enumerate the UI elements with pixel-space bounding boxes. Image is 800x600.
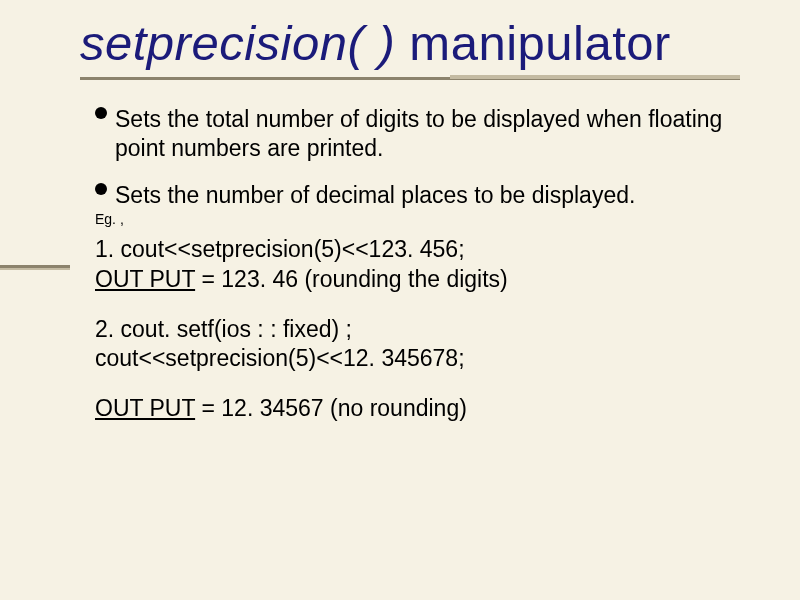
code-line: 2. cout. setf(ios : : fixed) ;	[95, 315, 740, 345]
bullet-dot-icon	[95, 107, 107, 119]
output-block: OUT PUT = 12. 34567 (no rounding)	[95, 394, 740, 424]
example-label: Eg. ,	[95, 211, 740, 229]
code-line: cout<<setprecision(5)<<12. 345678;	[95, 344, 740, 374]
example-block: 1. cout<<setprecision(5)<<123. 456; OUT …	[95, 235, 740, 295]
title-rest: manipulator	[395, 16, 671, 70]
left-accent-bar	[0, 265, 70, 268]
bullet-text: Sets the number of decimal places to be …	[115, 182, 635, 208]
bullet-text: Sets the total number of digits to be di…	[115, 106, 722, 161]
code-line: 1. cout<<setprecision(5)<<123. 456;	[95, 235, 740, 265]
output-label: OUT PUT	[95, 395, 195, 421]
slide: setprecision( ) manipulator Sets the tot…	[0, 0, 800, 600]
example-block: 2. cout. setf(ios : : fixed) ; cout<<set…	[95, 315, 740, 375]
title-underline	[80, 77, 740, 80]
content-area: Sets the total number of digits to be di…	[95, 105, 740, 424]
title-block: setprecision( ) manipulator	[80, 15, 740, 80]
output-label: OUT PUT	[95, 266, 195, 292]
title-italic: setprecision( )	[80, 16, 395, 70]
output-line: OUT PUT = 123. 46 (rounding the digits)	[95, 265, 740, 295]
slide-title: setprecision( ) manipulator	[80, 15, 740, 71]
bullet-item: Sets the number of decimal places to be …	[95, 181, 740, 210]
output-value: = 12. 34567 (no rounding)	[195, 395, 467, 421]
bullet-item: Sets the total number of digits to be di…	[95, 105, 740, 163]
bullet-dot-icon	[95, 183, 107, 195]
output-value: = 123. 46 (rounding the digits)	[195, 266, 508, 292]
